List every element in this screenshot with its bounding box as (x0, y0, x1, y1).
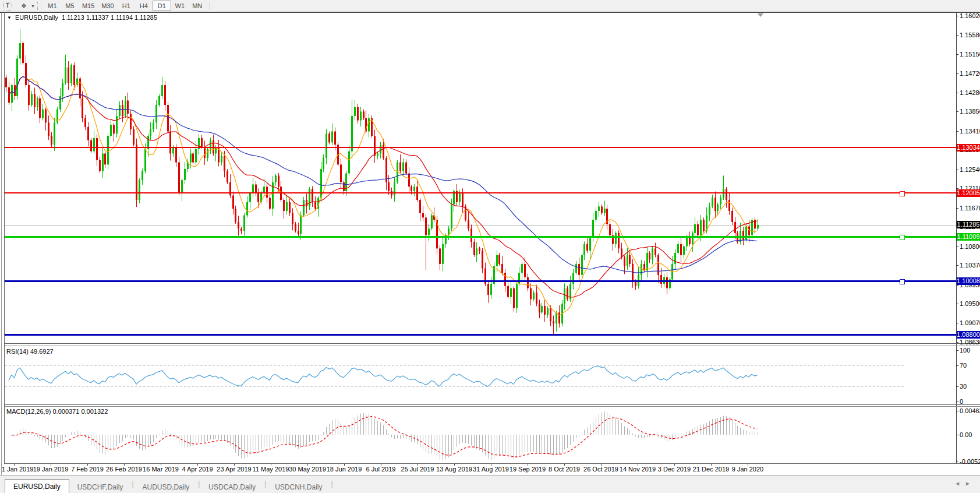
tab-scroll-left-icon[interactable]: ◄ (954, 480, 965, 487)
tab-usdcad-daily[interactable]: USDCAD,Daily (200, 481, 264, 493)
macd-axis-label: 0.00463 (960, 407, 980, 414)
date-tick (51, 464, 51, 466)
horizontal-line[interactable] (5, 147, 956, 148)
chart-dropdown-icon[interactable]: ▼ (7, 15, 12, 20)
date-label: 26 Feb 2019 (106, 466, 142, 473)
chart-frame-bottom (5, 463, 980, 464)
main-chart-canvas[interactable] (5, 13, 956, 343)
horizontal-line[interactable] (5, 236, 956, 238)
rsi-separator-top[interactable] (5, 343, 980, 344)
price-tick-label: 1.08630 (960, 339, 980, 346)
price-tick-dash (956, 323, 958, 323)
horizontal-line[interactable] (5, 192, 956, 193)
symbol-tab-bar: EURUSD,Daily USDCHF,Daily| AUDUSD,Daily|… (0, 475, 980, 493)
date-label: 31 Aug 2019 (473, 466, 509, 473)
tab-usdcnh-daily[interactable]: USDCNH,Daily (267, 481, 330, 493)
arrows-dropdown-caret-icon[interactable]: ▼ (31, 4, 35, 8)
macd-separator-top[interactable] (5, 404, 980, 405)
timeframe-d1-button[interactable]: D1 (153, 1, 171, 11)
date-tick (711, 464, 712, 466)
price-badge: 1.11009 (957, 233, 980, 241)
date-label: 1 Jan 2019 (2, 466, 33, 473)
macd-tick-dash (956, 462, 958, 462)
line-handle[interactable] (900, 235, 905, 240)
timeframe-m15-button[interactable]: M15 (79, 1, 98, 10)
rsi-axis-label: 70 (960, 362, 967, 369)
date-label: 3 Dec 2019 (658, 466, 691, 473)
price-tick-label: 1.09070 (960, 319, 980, 326)
toolbar-separator (210, 2, 210, 10)
timeframe-w1-button[interactable]: W1 (171, 1, 189, 10)
date-label: 23 Apr 2019 (217, 466, 251, 473)
toolbar: T ❖ ▼ M1 M5 M15 M30 H1 H4 D1 W1 MN (0, 0, 980, 12)
horizontal-line[interactable] (5, 334, 956, 336)
price-badge: 1.11285 (957, 221, 980, 228)
date-tick (87, 464, 88, 466)
date-label: 14 Nov 2019 (620, 466, 656, 473)
date-tick (454, 464, 455, 466)
date-label: 26 Oct 2019 (583, 466, 618, 473)
tab-audusd-daily[interactable]: AUDUSD,Daily (135, 481, 198, 493)
timeframe-m1-button[interactable]: M1 (44, 1, 61, 10)
price-tick-dash (956, 35, 958, 36)
date-tick (197, 464, 198, 466)
price-tick-dash (956, 304, 958, 304)
price-tick-label: 1.10370 (960, 262, 980, 269)
price-tick-dash (956, 170, 958, 170)
price-tick-label: 1.14280 (960, 89, 980, 96)
rsi-tick-dash (956, 350, 958, 351)
rsi-tick-dash (956, 365, 958, 366)
horizontal-line[interactable] (5, 280, 956, 282)
timeframe-h4-button[interactable]: H4 (135, 1, 153, 10)
window-frame-left (1, 13, 2, 493)
price-tick-label: 1.15150 (960, 51, 980, 58)
line-handle[interactable] (900, 191, 905, 196)
rsi-axis-label: 30 (960, 383, 967, 390)
tab-divider: | (330, 480, 333, 488)
price-tick-label: 1.10800 (960, 243, 980, 250)
price-tick-dash (956, 246, 958, 247)
arrows-tool-button[interactable]: ❖ (19, 1, 29, 10)
date-tick (491, 464, 491, 466)
date-label: 6 Jul 2019 (366, 466, 396, 473)
price-tick-dash (956, 285, 958, 286)
price-tick-label: 1.14720 (960, 70, 980, 77)
tab-eurusd-daily[interactable]: EURUSD,Daily (5, 479, 69, 493)
price-tick-dash (956, 342, 958, 343)
date-tick (418, 464, 418, 466)
price-tick-dash (956, 111, 958, 112)
macd-axis-label: -0.005295 (960, 458, 980, 465)
price-tick-label: 1.11670 (960, 205, 980, 212)
date-tick (161, 464, 161, 466)
chart-title[interactable]: ▼ EURUSD,Daily 1.11213 1.11337 1.11194 1… (7, 14, 157, 21)
timeframe-h1-button[interactable]: H1 (118, 1, 135, 10)
chart-shift-marker-icon[interactable] (758, 13, 763, 17)
rsi-panel-canvas[interactable] (5, 346, 956, 404)
toolbar-grip (37, 2, 41, 10)
price-tick-dash (956, 265, 958, 266)
macd-tick-dash (956, 411, 958, 411)
date-tick (344, 464, 345, 466)
timeframe-m30-button[interactable]: M30 (98, 1, 117, 10)
rsi-tick-dash (956, 386, 958, 387)
date-tick (14, 464, 15, 466)
timeframe-m5-button[interactable]: M5 (61, 1, 79, 10)
rsi-tick-dash (956, 402, 958, 402)
tab-usdchf-daily[interactable]: USDCHF,Daily (69, 481, 132, 493)
price-badge: 1.10008 (957, 277, 980, 285)
macd-panel-canvas[interactable] (5, 407, 956, 463)
date-label: 19 Jan 2019 (33, 466, 69, 473)
date-tick (124, 464, 125, 466)
line-handle[interactable] (900, 279, 905, 284)
date-tick (271, 464, 271, 466)
timeframe-mn-button[interactable]: MN (189, 1, 206, 10)
price-tick-label: 1.09500 (960, 300, 980, 307)
date-label: 4 Apr 2019 (182, 466, 213, 473)
price-tick-dash (956, 73, 958, 74)
price-badge: 1.08800 (957, 331, 980, 339)
date-tick (674, 464, 675, 466)
text-tool-button[interactable]: T (2, 1, 13, 10)
date-label: 11 May 2019 (253, 466, 289, 473)
date-tick (381, 464, 381, 466)
tab-scroll-right-icon[interactable]: ► (965, 480, 975, 487)
